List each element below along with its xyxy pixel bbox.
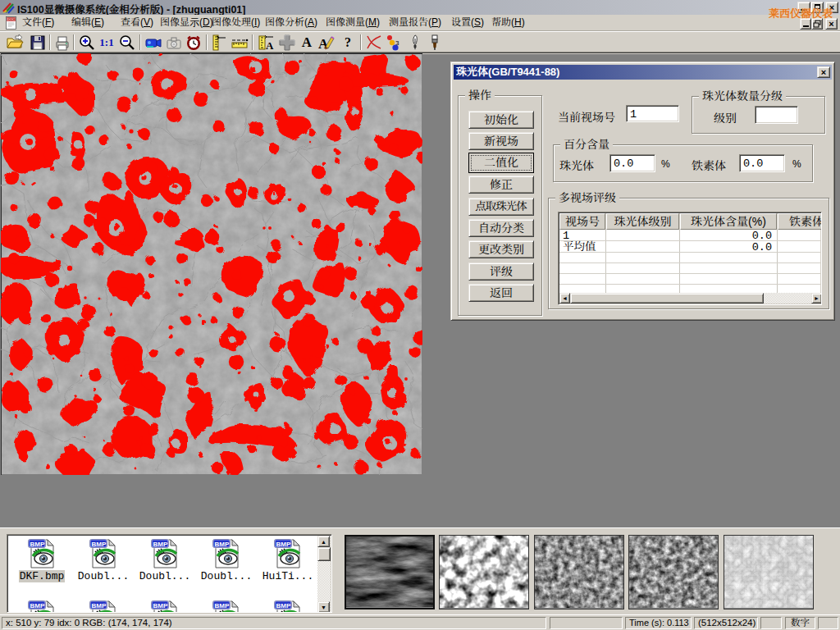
svg-text:A: A bbox=[266, 39, 274, 52]
svg-text:DOC: DOC bbox=[7, 17, 15, 21]
